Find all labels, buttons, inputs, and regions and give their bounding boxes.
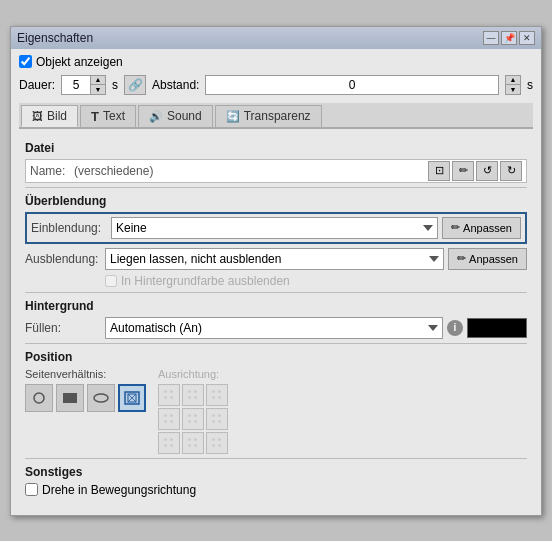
dauer-down[interactable]: ▼: [91, 85, 105, 94]
properties-window: Eigenschaften — 📌 ✕ Objekt anzeigen Daue…: [10, 26, 542, 516]
ausblendung-anpassen-icon: ✏: [457, 252, 466, 265]
name-key: Name:: [30, 164, 70, 178]
tabs-bar: 🖼 Bild T Text 🔊 Sound 🔄 Transparenz: [19, 103, 533, 129]
align-bc[interactable]: [182, 432, 204, 454]
tab-bild[interactable]: 🖼 Bild: [21, 105, 78, 127]
sv-btn-0[interactable]: [25, 384, 53, 412]
titlebar: Eigenschaften — 📌 ✕: [11, 27, 541, 49]
align-tr[interactable]: [206, 384, 228, 406]
transparenz-icon: 🔄: [226, 110, 240, 123]
hintergrundfarbe-checkbox[interactable]: [105, 275, 117, 287]
align-bl[interactable]: [158, 432, 180, 454]
sv-btn-1[interactable]: [56, 384, 84, 412]
svg-rect-1: [63, 393, 77, 403]
dauer-spinners: ▲ ▼: [90, 76, 105, 94]
tab-transparenz-label: Transparenz: [244, 109, 311, 123]
ausblendung-row: Ausblendung: Liegen lassen, nicht ausble…: [25, 248, 527, 270]
reset-icon-btn[interactable]: ↺: [476, 161, 498, 181]
sv-buttons-row: [25, 384, 146, 412]
einblendung-row: Einblendung: Keine Einblenden Überblende…: [25, 212, 527, 244]
einblendung-label: Einblendung:: [31, 221, 107, 235]
close-button[interactable]: ✕: [519, 31, 535, 45]
window-title: Eigenschaften: [17, 31, 93, 45]
fuellen-select[interactable]: Automatisch (An) Aus An: [105, 317, 443, 339]
name-row: Name: (verschiedene) ⊡ ✏ ↺ ↻: [25, 159, 527, 183]
abstand-input[interactable]: [205, 75, 499, 95]
pin-button[interactable]: 📌: [501, 31, 517, 45]
dauer-row: Dauer: ▲ ▼ s 🔗 Abstand: ▲ ▼ s: [19, 75, 533, 95]
info-icon[interactable]: i: [447, 320, 463, 336]
minimize-button[interactable]: —: [483, 31, 499, 45]
align-br[interactable]: [206, 432, 228, 454]
tab-text[interactable]: T Text: [80, 105, 136, 127]
ausblendung-label: Ausblendung:: [25, 252, 101, 266]
reset2-icon-btn[interactable]: ↻: [500, 161, 522, 181]
drehe-checkbox[interactable]: [25, 483, 38, 496]
hintergrundfarbe-row: In Hintergrundfarbe ausblenden: [105, 274, 527, 288]
content-area: Datei Name: (verschiedene) ⊡ ✏ ↺ ↻ Überb…: [19, 129, 533, 509]
tab-bild-label: Bild: [47, 109, 67, 123]
color-swatch[interactable]: [467, 318, 527, 338]
abstand-up[interactable]: ▲: [506, 76, 520, 85]
dauer-unit: s: [112, 78, 118, 92]
abstand-unit: s: [527, 78, 533, 92]
show-object-row: Objekt anzeigen: [19, 55, 533, 69]
sv-btn-2[interactable]: [87, 384, 115, 412]
show-object-label: Objekt anzeigen: [36, 55, 123, 69]
tab-sound[interactable]: 🔊 Sound: [138, 105, 213, 127]
name-value: (verschiedene): [74, 164, 424, 178]
abstand-spinners: ▲ ▼: [505, 75, 521, 95]
datei-section-label: Datei: [25, 141, 527, 155]
titlebar-buttons: — 📌 ✕: [483, 31, 535, 45]
abstand-label: Abstand:: [152, 78, 199, 92]
abstand-down[interactable]: ▼: [506, 85, 520, 94]
ausblendung-select[interactable]: Liegen lassen, nicht ausblenden Ausblend…: [105, 248, 444, 270]
align-ml[interactable]: [158, 408, 180, 430]
tab-transparenz[interactable]: 🔄 Transparenz: [215, 105, 322, 127]
ausrichtung-grid: [158, 384, 228, 454]
abstand-value[interactable]: [206, 76, 498, 94]
dauer-up[interactable]: ▲: [91, 76, 105, 85]
bild-icon: 🖼: [32, 110, 43, 122]
name-icons: ⊡ ✏ ↺ ↻: [428, 161, 522, 181]
drehe-label: Drehe in Bewegungsrichtung: [42, 483, 196, 497]
edit-icon-btn[interactable]: ✏: [452, 161, 474, 181]
align-mr[interactable]: [206, 408, 228, 430]
ausrichtung-label: Ausrichtung:: [158, 368, 228, 380]
sonstiges-label: Sonstiges: [25, 465, 527, 479]
align-mc[interactable]: [182, 408, 204, 430]
fuellen-label: Füllen:: [25, 321, 101, 335]
anpassen-icon: ✏: [451, 221, 460, 234]
divider3: [25, 343, 527, 344]
divider1: [25, 187, 527, 188]
tab-text-label: Text: [103, 109, 125, 123]
fuellen-row: Füllen: Automatisch (An) Aus An i: [25, 317, 527, 339]
sound-icon: 🔊: [149, 110, 163, 123]
ausblendung-anpassen-button[interactable]: ✏ Anpassen: [448, 248, 527, 270]
anpassen-label: Anpassen: [463, 222, 512, 234]
einblendung-select[interactable]: Keine Einblenden Überblenden: [111, 217, 438, 239]
sv-btn-3[interactable]: [118, 384, 146, 412]
dauer-label: Dauer:: [19, 78, 55, 92]
dauer-value[interactable]: [62, 76, 90, 94]
hintergrund-label: Hintergrund: [25, 299, 527, 313]
text-icon: T: [91, 109, 99, 124]
show-object-checkbox[interactable]: [19, 55, 32, 68]
align-tc[interactable]: [182, 384, 204, 406]
align-tl[interactable]: [158, 384, 180, 406]
divider4: [25, 458, 527, 459]
trim-icon-btn[interactable]: ⊡: [428, 161, 450, 181]
einblendung-anpassen-button[interactable]: ✏ Anpassen: [442, 217, 521, 239]
ausrichtung-col: Ausrichtung:: [158, 368, 228, 454]
position-label: Position: [25, 350, 527, 364]
ueberblendung-label: Überblendung: [25, 194, 527, 208]
window-body: Objekt anzeigen Dauer: ▲ ▼ s 🔗 Abstand:: [11, 49, 541, 515]
svg-point-2: [94, 394, 108, 402]
hintergrundfarbe-label: In Hintergrundfarbe ausblenden: [121, 274, 290, 288]
drehe-row: Drehe in Bewegungsrichtung: [25, 483, 527, 497]
seitenverhaeltnis-label: Seitenverhältnis:: [25, 368, 146, 380]
tab-sound-label: Sound: [167, 109, 202, 123]
seitenverhaeltnis-col: Seitenverhältnis:: [25, 368, 146, 415]
dauer-input[interactable]: ▲ ▼: [61, 75, 106, 95]
link-icon[interactable]: 🔗: [124, 75, 146, 95]
